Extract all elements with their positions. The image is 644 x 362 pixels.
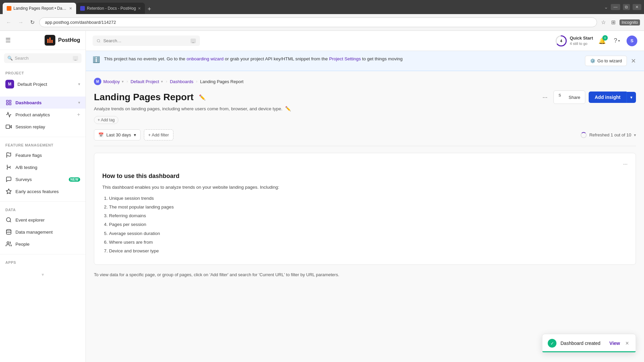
edit-description-button[interactable]: ✏️ xyxy=(285,106,291,111)
toast-view-link[interactable]: View xyxy=(609,341,620,346)
dashboard-content: How to use this dashboard This dashboard… xyxy=(102,173,628,254)
filters-row: 📅 Last 30 days ▾ + Add filter Refreshed … xyxy=(94,129,636,146)
user-avatar[interactable]: S xyxy=(627,36,637,46)
add-analytics-icon[interactable]: + xyxy=(77,112,80,118)
help-chevron-icon: ▾ xyxy=(618,39,620,43)
notifications-button[interactable]: 🔔 0 xyxy=(597,36,607,46)
breadcrumb-default-project-label: Default Project xyxy=(130,79,159,84)
list-item: Where users are from xyxy=(109,239,628,246)
refresh-chevron-icon[interactable]: ▾ xyxy=(634,133,636,137)
breadcrumb-moodjoy-label: Moodjoy xyxy=(103,79,120,84)
date-filter-button[interactable]: 📅 Last 30 days ▾ xyxy=(94,129,141,140)
back-button[interactable]: ← xyxy=(4,18,13,27)
refresh-label: Refreshed 1 out of 10 xyxy=(589,132,631,137)
quick-start[interactable]: 4 Quick Start 4 still to go xyxy=(555,35,593,47)
sidebar-item-dashboards[interactable]: Dashboards ▾ xyxy=(0,97,86,109)
section-divider-3 xyxy=(0,254,86,254)
posthog-logo[interactable]: PostHog xyxy=(45,35,80,46)
project-icon: M xyxy=(5,80,14,88)
people-label: People xyxy=(15,242,80,247)
add-tag-button[interactable]: + Add tag xyxy=(94,116,118,124)
sidebar-item-product-analytics[interactable]: Product analytics + xyxy=(0,109,86,121)
breadcrumb-sep-3: › xyxy=(196,79,198,84)
project-settings-link[interactable]: Project Settings xyxy=(329,56,361,61)
extensions-button[interactable]: ⊞ xyxy=(610,18,617,27)
sidebar-item-surveys[interactable]: Surveys NEW xyxy=(0,173,86,185)
toast-close-button[interactable]: × xyxy=(624,340,630,347)
breadcrumb-default-project[interactable]: Default Project ▾ xyxy=(130,79,163,84)
svg-point-13 xyxy=(97,39,100,42)
dashboard-card: ··· How to use this dashboard This dashb… xyxy=(94,153,636,265)
surveys-icon xyxy=(5,176,12,183)
sidebar-item-early-access[interactable]: Early access features xyxy=(0,185,86,197)
toast-notification: ✓ Dashboard created View × xyxy=(542,334,636,353)
address-bar-row: ← → ↻ ☆ ⊞ Incognito xyxy=(0,14,644,31)
sidebar-item-people[interactable]: People xyxy=(0,238,86,250)
svg-line-14 xyxy=(99,42,100,42)
reload-button[interactable]: ↻ xyxy=(28,18,37,27)
toast-success-icon: ✓ xyxy=(548,339,556,348)
section-divider-1 xyxy=(0,137,86,137)
onboarding-wizard-link[interactable]: onboarding wizard xyxy=(186,56,223,61)
sidebar-item-data-management[interactable]: Data management xyxy=(0,226,86,238)
sidebar-item-feature-flags[interactable]: Feature flags xyxy=(0,149,86,161)
address-input[interactable] xyxy=(39,17,597,27)
more-options-button[interactable]: ··· xyxy=(540,93,550,102)
sidebar-item-event-explorer[interactable]: Event explorer xyxy=(0,214,86,226)
share-avatar: S xyxy=(558,93,567,101)
sidebar-item-session-replay[interactable]: Session replay xyxy=(0,121,86,133)
banner-close-button[interactable]: ✕ xyxy=(630,56,637,66)
feature-section: FEATURE MANAGEMENT Feature flags A/B tes… xyxy=(0,138,86,200)
minimize-button[interactable]: — xyxy=(611,4,620,10)
feature-flags-icon xyxy=(5,152,12,159)
project-chevron-icon: ▾ xyxy=(78,82,80,86)
help-icon: ? xyxy=(614,37,617,44)
gear-icon: ⚙️ xyxy=(590,58,595,63)
sidebar-header: ☰ PostHog xyxy=(0,31,86,50)
inactive-tab[interactable]: Retention - Docs - PostHog ✕ xyxy=(76,3,145,14)
add-insight-button[interactable]: Add insight xyxy=(589,92,627,103)
top-bar-search[interactable]: _ xyxy=(93,36,200,46)
search-placeholder: Search xyxy=(15,56,29,61)
add-insight-dropdown-button[interactable]: ▾ xyxy=(627,92,636,103)
sidebar-item-project[interactable]: M Default Project ▾ xyxy=(0,77,86,91)
go-to-wizard-button[interactable]: ⚙️ Go to wizard xyxy=(585,56,627,66)
bookmark-button[interactable]: ☆ xyxy=(600,18,607,27)
ab-testing-icon xyxy=(5,164,12,171)
chevron-down-icon[interactable]: ⌄ xyxy=(604,4,608,10)
tab-close-docs[interactable]: ✕ xyxy=(138,6,141,11)
tab-close[interactable]: ✕ xyxy=(69,6,72,11)
banner-actions: ⚙️ Go to wizard ✕ xyxy=(585,56,637,66)
breadcrumb-moodjoy[interactable]: M Moodjoy ▾ xyxy=(94,78,124,85)
forward-button[interactable]: → xyxy=(16,18,25,27)
date-filter-chevron-icon: ▾ xyxy=(134,132,136,137)
search-input[interactable]: 🔍 Search _ xyxy=(4,53,82,63)
close-window-button[interactable]: ✕ xyxy=(633,4,641,10)
topbar-search-input[interactable] xyxy=(103,38,188,43)
card-more-button[interactable]: ··· xyxy=(623,161,628,167)
top-bar: _ 4 Quick Start 4 still to go xyxy=(86,31,644,51)
dashboards-icon xyxy=(5,99,12,106)
apps-section-label: APPS xyxy=(0,258,86,266)
data-section: DATA Event explorer Data management Peop… xyxy=(0,203,86,253)
help-button[interactable]: ? ▾ xyxy=(611,36,623,46)
early-access-icon xyxy=(5,188,12,195)
breadcrumb-dashboards[interactable]: Dashboards xyxy=(170,79,193,84)
restore-button[interactable]: ⧉ xyxy=(623,4,630,10)
banner-text: This project has no events yet. Go to th… xyxy=(104,56,581,62)
add-filter-button[interactable]: + Add filter xyxy=(144,129,173,140)
browser-chrome: Landing Pages Report • Dashbo… ✕ Retenti… xyxy=(0,0,644,14)
quick-start-text: Quick Start 4 still to go xyxy=(570,36,593,46)
sidebar-item-ab-testing[interactable]: A/B testing xyxy=(0,161,86,173)
date-filter-label: Last 30 days xyxy=(106,132,131,137)
browser-tabs: Landing Pages Report • Dashbo… ✕ Retenti… xyxy=(3,0,602,14)
page-actions: ··· S Share Add insight ▾ xyxy=(540,90,636,104)
active-tab[interactable]: Landing Pages Report • Dashbo… ✕ xyxy=(3,3,76,14)
edit-title-button[interactable]: ✏️ xyxy=(198,93,207,102)
sidebar: ☰ PostHog 🔍 Search _ PROJECT xyxy=(0,31,86,362)
share-button[interactable]: S Share xyxy=(553,90,585,104)
new-tab-button[interactable]: + xyxy=(145,4,154,14)
product-analytics-label: Product analytics xyxy=(15,112,74,117)
svg-rect-6 xyxy=(6,125,10,129)
sidebar-menu-button[interactable]: ☰ xyxy=(5,37,11,44)
